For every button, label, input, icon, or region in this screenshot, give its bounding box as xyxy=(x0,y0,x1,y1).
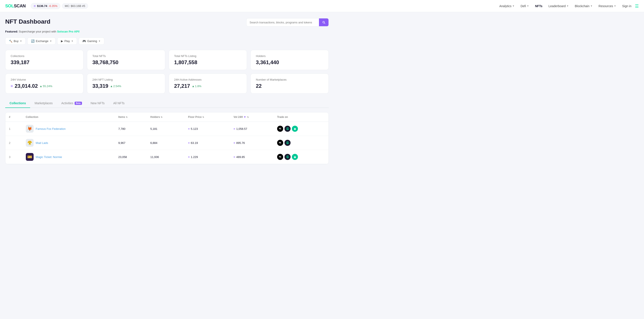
chevron-down-icon: ▼ xyxy=(527,5,529,7)
nav-defi[interactable]: Defi ▼ xyxy=(518,3,532,9)
nav-blockchain[interactable]: Blockchain ▼ xyxy=(572,3,595,9)
chevron-down-icon: ▼ xyxy=(512,5,514,7)
tab-all-nfts[interactable]: All NFTs xyxy=(109,99,129,108)
featured-text: Supercharge your project with xyxy=(19,30,57,33)
stat-total-nfts-label: Total NFTs xyxy=(92,54,160,58)
sol-icon: ≡ xyxy=(188,155,190,159)
floor-val: ≡ 5.123 xyxy=(184,122,230,136)
stat-24h-addresses-value: 27,217 ▲ 1.8% xyxy=(174,83,242,89)
stat-marketplaces-value: 22 xyxy=(256,83,323,89)
magic-eden-icon[interactable]: ME xyxy=(277,140,283,146)
collections-table: # Collection Items ⇅ Holders ⇅ Floor Pri… xyxy=(5,112,329,164)
sort-icon: ⇅ xyxy=(202,116,204,118)
stat-total-nfts-value: 38,768,750 xyxy=(92,59,160,65)
collection-cell: 🦊 Famous Fox Federation xyxy=(22,122,115,136)
vol-val: ≡ 489.85 xyxy=(230,150,274,164)
trade-on: ME ① ◈ xyxy=(274,150,328,164)
row-num: 2 xyxy=(6,136,22,150)
stat-nfts-listing-value: 1,807,558 xyxy=(174,59,242,65)
items-val: 7,780 xyxy=(115,122,147,136)
sort-icon: ⇅ xyxy=(161,116,162,118)
stat-24h-listing: 24H NFT Listing 33,319 ▲ 2.54% xyxy=(87,73,165,94)
avatar: 🦊 xyxy=(26,125,34,133)
stat-holders-label: Holders xyxy=(256,54,323,58)
magic-eden-icon[interactable]: ME xyxy=(277,154,283,160)
tab-marketplaces[interactable]: Marketplaces xyxy=(30,99,57,108)
tensor-icon[interactable]: ① xyxy=(284,154,290,160)
buy-button[interactable]: 🔨 Buy ▼ xyxy=(5,37,26,45)
buy-icon: 🔨 xyxy=(9,39,12,43)
col-collection: Collection xyxy=(22,112,115,122)
hamburger-menu-icon[interactable]: ☰ xyxy=(635,3,639,9)
search-icon xyxy=(322,20,326,24)
nav-signin[interactable]: Sign in xyxy=(620,3,634,9)
filter-icon: ▼ xyxy=(244,115,246,119)
featured-bar: Featured: Supercharge your project with … xyxy=(5,30,329,33)
exchange-button[interactable]: 🔄 Exchange ▼ xyxy=(27,37,56,45)
search-input[interactable] xyxy=(246,19,319,26)
table-row: 1 🦊 Famous Fox Federation 7,780 5,181 ≡ … xyxy=(6,122,328,136)
table-row: 2 😤 Mad Lads 9,967 6,884 ≡ 63.19 xyxy=(6,136,328,150)
stat-holders-value: 3,361,440 xyxy=(256,59,323,65)
items-val: 23,058 xyxy=(115,150,147,164)
chevron-down-icon: ▼ xyxy=(566,5,569,7)
vol-val: ≡ 895.76 xyxy=(230,136,274,150)
nav-analytics[interactable]: Analytics ▼ xyxy=(497,3,517,9)
tab-collections[interactable]: Collections xyxy=(5,99,30,108)
search-button[interactable] xyxy=(319,18,328,26)
logo[interactable]: SOLSCAN xyxy=(5,3,26,8)
sol-icon: ≡ xyxy=(234,127,235,130)
nav-resources[interactable]: Resources ▼ xyxy=(596,3,619,9)
row-num: 1 xyxy=(6,122,22,136)
tab-activities[interactable]: Activities Beta xyxy=(57,99,86,108)
tensor-icon[interactable]: ① xyxy=(284,126,290,132)
stat-24h-volume-label: 24H Volume xyxy=(10,78,78,81)
stat-collections-value: 339,187 xyxy=(10,59,78,65)
row-num: 3 xyxy=(6,150,22,164)
stat-marketplaces: Number of Marketplaces 22 xyxy=(250,73,329,94)
play-icon: ▶ xyxy=(61,39,63,43)
stat-holders: Holders 3,361,440 xyxy=(250,50,329,70)
trade-on: ME ① ◈ xyxy=(274,122,328,136)
sort-icon: ⇅ xyxy=(247,116,249,118)
beta-badge: Beta xyxy=(74,102,82,105)
table-row: 3 🎫 Magic Ticket: Normie 23,058 11,936 ≡… xyxy=(6,150,328,164)
nav-nfts[interactable]: NFTs xyxy=(532,3,545,9)
holders-val: 6,884 xyxy=(147,136,184,150)
page-header: NFT Dashboard xyxy=(5,18,329,26)
stat-24h-addresses-change: ▲ 1.8% xyxy=(192,84,202,88)
stat-nfts-listing: Total NFTs Listing 1,807,558 xyxy=(169,50,247,70)
collection-name[interactable]: Famous Fox Federation xyxy=(36,127,66,130)
tensor-icon[interactable]: ① xyxy=(284,140,290,146)
chevron-down-icon: ▼ xyxy=(71,40,73,42)
floor-val: ≡ 1.229 xyxy=(184,150,230,164)
nav-leaderboard[interactable]: Leaderboard ▼ xyxy=(546,3,571,9)
col-floor-price[interactable]: Floor Price ⇅ xyxy=(184,112,230,122)
stats-row-1: Collections 339,187 Total NFTs 38,768,75… xyxy=(5,50,329,70)
tabs-row: Collections Marketplaces Activities Beta… xyxy=(5,99,329,108)
col-trade-on: Trade on xyxy=(274,112,328,122)
logo-text: SOLSCAN xyxy=(5,3,26,8)
collection-name[interactable]: Mad Lads xyxy=(36,141,48,145)
tab-new-nfts[interactable]: New NFTs xyxy=(86,99,109,108)
featured-link[interactable]: Solscan Pro API! xyxy=(57,30,80,33)
col-holders[interactable]: Holders ⇅ xyxy=(147,112,184,122)
gaming-button[interactable]: 🎮 Gaming ▼ xyxy=(79,37,104,45)
gaming-icon: 🎮 xyxy=(82,39,86,43)
sol-price-badge[interactable]: ≡ $136.74 -6.35% xyxy=(31,3,60,9)
stats-row-2: 24H Volume ≡ 23,014.02 ▲ 55.24% 24H NFT … xyxy=(5,73,329,94)
featured-label: Featured: xyxy=(5,30,18,33)
collection-name[interactable]: Magic Ticket: Normie xyxy=(36,155,62,159)
fractal-icon[interactable]: ◈ xyxy=(292,154,298,160)
quick-links: 🔨 Buy ▼ 🔄 Exchange ▼ ▶ Play ▼ 🎮 Gaming ▼ xyxy=(5,37,329,45)
col-items[interactable]: Items ⇅ xyxy=(115,112,147,122)
fractal-icon[interactable]: ◈ xyxy=(292,126,298,132)
navbar: SOLSCAN ≡ $136.74 -6.35% MC: $63.16B #5 … xyxy=(0,0,644,12)
mc-rank: #5 xyxy=(82,4,85,7)
vol-val: ≡ 1,058.57 xyxy=(230,122,274,136)
collection-cell: 🎫 Magic Ticket: Normie xyxy=(22,150,115,164)
mc-value: MC: $63.16B xyxy=(65,4,81,7)
play-button[interactable]: ▶ Play ▼ xyxy=(57,37,77,45)
col-vol-24h[interactable]: Vol 24H ▼ ⇅ xyxy=(230,112,274,122)
magic-eden-icon[interactable]: ME xyxy=(277,126,283,132)
